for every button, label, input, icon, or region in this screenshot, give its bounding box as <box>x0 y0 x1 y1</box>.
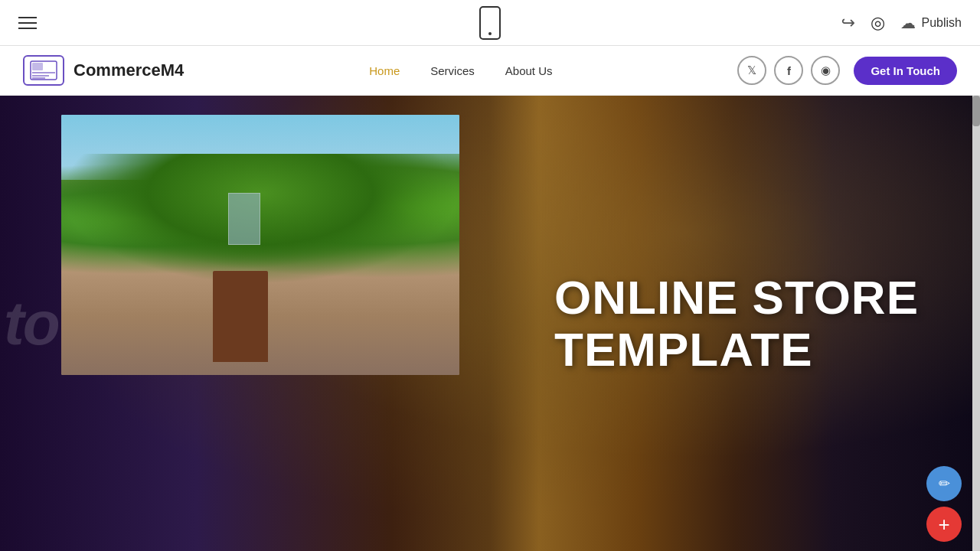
instagram-button[interactable]: ◉ <box>811 56 840 85</box>
edit-fab-button[interactable]: ✏ <box>926 466 962 501</box>
photo-foliage <box>61 154 459 284</box>
svg-rect-1 <box>32 63 43 70</box>
photo-background <box>61 115 459 375</box>
nav-services[interactable]: Services <box>430 64 475 77</box>
hero-title-line2: TEMPLATE <box>554 323 813 376</box>
get-in-touch-button[interactable]: Get In Touch <box>854 57 957 85</box>
publish-button[interactable]: ☁ Publish <box>900 14 962 32</box>
toolbar-left <box>18 17 37 29</box>
hero-title-line1: ONLINE STORE <box>554 270 919 323</box>
site-navbar: CommerceM4 Home Services About Us 𝕏 f ◉ … <box>0 46 980 96</box>
navbar-actions: 𝕏 f ◉ Get In Touch <box>737 56 957 85</box>
hero-section: to ONLINE STORE TEMPLATE ✏ + <box>0 96 980 551</box>
twitter-icon: 𝕏 <box>747 64 756 77</box>
toolbar-right: ↩ ◎ ☁ Publish <box>841 13 962 33</box>
hero-title: ONLINE STORE TEMPLATE <box>554 271 919 375</box>
add-fab-button[interactable]: + <box>926 507 962 542</box>
nav-home[interactable]: Home <box>369 64 400 77</box>
cloud-upload-icon: ☁ <box>900 14 916 32</box>
nav-about[interactable]: About Us <box>505 64 553 77</box>
scrollbar[interactable] <box>972 96 980 551</box>
add-plus-icon: + <box>938 513 949 536</box>
publish-label: Publish <box>922 16 962 30</box>
nav-links: Home Services About Us <box>369 64 552 77</box>
toolbar-center <box>479 6 501 40</box>
photo-window <box>228 193 260 245</box>
brand-logo <box>23 55 64 86</box>
instagram-icon: ◉ <box>821 64 831 77</box>
hero-text: ONLINE STORE TEMPLATE <box>554 271 919 375</box>
photo-door <box>213 271 269 362</box>
brand-name: CommerceM4 <box>74 60 184 80</box>
facebook-icon: f <box>787 64 791 77</box>
undo-icon[interactable]: ↩ <box>841 13 855 33</box>
preview-eye-icon[interactable]: ◎ <box>871 13 885 33</box>
edit-pencil-icon: ✏ <box>939 475 950 492</box>
facebook-button[interactable]: f <box>774 56 803 85</box>
mobile-preview-icon[interactable] <box>479 6 501 40</box>
hamburger-button[interactable] <box>18 17 37 29</box>
hero-photo-card <box>61 115 459 375</box>
hero-bg-text: to <box>4 289 59 359</box>
scrollbar-thumb[interactable] <box>972 96 980 126</box>
brand: CommerceM4 <box>23 55 184 86</box>
twitter-button[interactable]: 𝕏 <box>737 56 766 85</box>
toolbar: ↩ ◎ ☁ Publish <box>0 0 980 46</box>
